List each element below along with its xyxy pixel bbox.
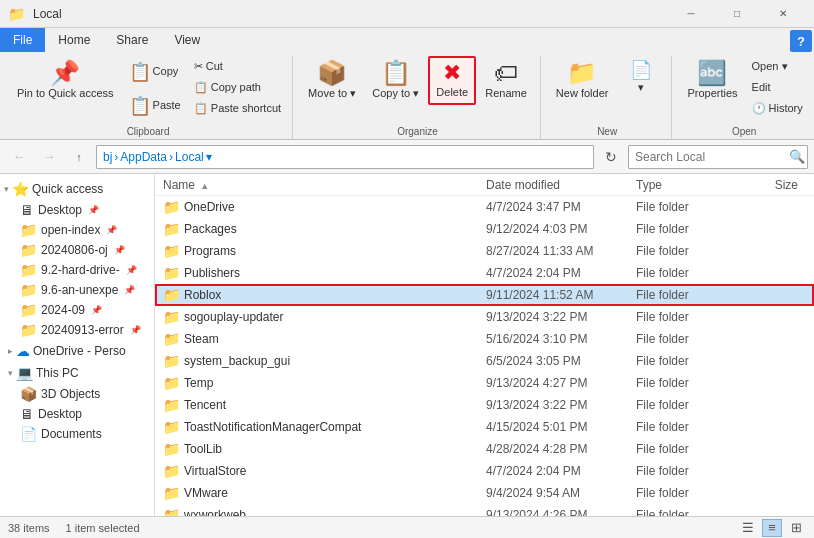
new-folder-button[interactable]: 📁 New folder bbox=[549, 56, 616, 105]
copy-label: Copy bbox=[153, 65, 179, 78]
tab-home[interactable]: Home bbox=[45, 28, 103, 52]
copy-button[interactable]: 📋 Copy bbox=[123, 56, 187, 88]
sidebar-item-error[interactable]: 📁 20240913-error 📌 bbox=[0, 320, 154, 340]
file-list: 📁 OneDrive 4/7/2024 3:47 PM File folder … bbox=[155, 196, 814, 516]
copy-to-button[interactable]: 📋 Copy to ▾ bbox=[365, 56, 426, 105]
rename-button[interactable]: 🏷 Rename bbox=[478, 56, 534, 105]
new-item-button[interactable]: 📄 ▾ bbox=[617, 56, 665, 99]
up-button[interactable]: ↑ bbox=[66, 144, 92, 170]
copy-to-icon: 📋 bbox=[381, 61, 411, 85]
file-row[interactable]: 📁 Roblox 9/11/2024 11:52 AM File folder bbox=[155, 284, 814, 306]
folder-icon-row: 📁 bbox=[163, 463, 180, 479]
window-title: Local bbox=[33, 7, 668, 21]
delete-label: Delete bbox=[436, 86, 468, 99]
this-pc-header[interactable]: ▾ 💻 This PC bbox=[0, 362, 154, 384]
file-row[interactable]: 📁 Temp 9/13/2024 4:27 PM File folder bbox=[155, 372, 814, 394]
view-tiles-button[interactable]: ⊞ bbox=[786, 519, 806, 537]
minimize-button[interactable]: ─ bbox=[668, 0, 714, 28]
file-row[interactable]: 📁 VMware 9/4/2024 9:54 AM File folder bbox=[155, 482, 814, 504]
back-button[interactable]: ← bbox=[6, 144, 32, 170]
folder-icon-row: 📁 bbox=[163, 419, 180, 435]
open-button[interactable]: Open ▾ bbox=[747, 56, 808, 76]
file-row[interactable]: 📁 ToolLib 4/28/2024 4:28 PM File folder bbox=[155, 438, 814, 460]
file-row[interactable]: 📁 wxworkweb 9/13/2024 4:26 PM File folde… bbox=[155, 504, 814, 516]
folder-icon-row: 📁 bbox=[163, 331, 180, 347]
properties-icon: 🔤 bbox=[697, 61, 727, 85]
history-icon: 🕐 bbox=[752, 102, 766, 115]
help-button[interactable]: ? bbox=[790, 30, 812, 52]
forward-button[interactable]: → bbox=[36, 144, 62, 170]
maximize-button[interactable]: □ bbox=[714, 0, 760, 28]
file-row[interactable]: 📁 OneDrive 4/7/2024 3:47 PM File folder bbox=[155, 196, 814, 218]
file-date: 9/13/2024 3:22 PM bbox=[486, 310, 636, 324]
file-name: ToolLib bbox=[184, 442, 486, 456]
sidebar-item-desktop[interactable]: 🖥 Desktop 📌 bbox=[0, 200, 154, 220]
search-icon: 🔍 bbox=[789, 149, 805, 164]
view-details-button[interactable]: ≡ bbox=[762, 519, 782, 537]
quick-access-header[interactable]: ▾ ⭐ Quick access bbox=[0, 178, 154, 200]
tab-file[interactable]: File bbox=[0, 28, 45, 52]
sidebar-item-20240806[interactable]: 📁 20240806-oj 📌 bbox=[0, 240, 154, 260]
path-bj[interactable]: bj bbox=[103, 150, 112, 164]
delete-button[interactable]: ✖ Delete bbox=[428, 56, 476, 105]
sidebar-item-desktop2[interactable]: 🖥 Desktop bbox=[0, 404, 154, 424]
pin-indicator-5: 📌 bbox=[91, 305, 102, 315]
file-row[interactable]: 📁 Steam 5/16/2024 3:10 PM File folder bbox=[155, 328, 814, 350]
file-row[interactable]: 📁 system_backup_gui 6/5/2024 3:05 PM Fil… bbox=[155, 350, 814, 372]
view-controls: ☰ ≡ ⊞ bbox=[738, 519, 806, 537]
folder-icon-3: 📁 bbox=[20, 262, 37, 278]
view-list-button[interactable]: ☰ bbox=[738, 519, 758, 537]
paste-shortcut-button[interactable]: 📋 Paste shortcut bbox=[189, 98, 286, 118]
file-row[interactable]: 📁 Publishers 4/7/2024 2:04 PM File folde… bbox=[155, 262, 814, 284]
onedrive-header[interactable]: ▸ ☁ OneDrive - Perso bbox=[0, 340, 154, 362]
file-row[interactable]: 📁 sogouplay-updater 9/13/2024 3:22 PM Fi… bbox=[155, 306, 814, 328]
file-name: Roblox bbox=[184, 288, 486, 302]
pin-to-quick-access-button[interactable]: 📌 Pin to Quick access bbox=[10, 56, 121, 105]
history-button[interactable]: 🕐 History bbox=[747, 98, 808, 118]
search-box[interactable]: 🔍 bbox=[628, 145, 808, 169]
search-input[interactable] bbox=[635, 150, 785, 164]
file-row[interactable]: 📁 Tencent 9/13/2024 3:22 PM File folder bbox=[155, 394, 814, 416]
edit-button[interactable]: Edit bbox=[747, 77, 808, 97]
open-buttons: 🔤 Properties Open ▾ Edit 🕐 History bbox=[680, 56, 807, 124]
file-name: VMware bbox=[184, 486, 486, 500]
onedrive-icon: ☁ bbox=[16, 343, 30, 359]
file-name: Programs bbox=[184, 244, 486, 258]
onedrive-label: OneDrive - Perso bbox=[33, 344, 126, 358]
tab-share[interactable]: Share bbox=[103, 28, 161, 52]
copy-path-button[interactable]: 📋 Copy path bbox=[189, 77, 286, 97]
sidebar-item-2024-09[interactable]: 📁 2024-09 📌 bbox=[0, 300, 154, 320]
sidebar-item-3d-objects[interactable]: 📦 3D Objects bbox=[0, 384, 154, 404]
col-header-type[interactable]: Type bbox=[636, 178, 736, 192]
file-type: File folder bbox=[636, 310, 736, 324]
tab-view[interactable]: View bbox=[161, 28, 213, 52]
col-header-date[interactable]: Date modified bbox=[486, 178, 636, 192]
path-appdata[interactable]: AppData bbox=[120, 150, 167, 164]
path-local[interactable]: Local bbox=[175, 150, 204, 164]
refresh-button[interactable]: ↻ bbox=[598, 144, 624, 170]
folder-icon: 📁 bbox=[8, 6, 25, 22]
open-col: Open ▾ Edit 🕐 History bbox=[747, 56, 808, 118]
this-pc-icon: 💻 bbox=[16, 365, 33, 381]
file-row[interactable]: 📁 Packages 9/12/2024 4:03 PM File folder bbox=[155, 218, 814, 240]
file-row[interactable]: 📁 VirtualStore 4/7/2024 2:04 PM File fol… bbox=[155, 460, 814, 482]
sidebar-item-unexpe[interactable]: 📁 9.6-an-unexpe 📌 bbox=[0, 280, 154, 300]
address-path[interactable]: bj › AppData › Local ▾ bbox=[96, 145, 594, 169]
col-header-name[interactable]: Name ▲ bbox=[163, 178, 486, 192]
sidebar-item-open-index[interactable]: 📁 open-index 📌 bbox=[0, 220, 154, 240]
delete-icon: ✖ bbox=[443, 62, 461, 84]
close-button[interactable]: ✕ bbox=[760, 0, 806, 28]
file-row[interactable]: 📁 ToastNotificationManagerCompat 4/15/20… bbox=[155, 416, 814, 438]
col-header-size[interactable]: Size bbox=[736, 178, 806, 192]
file-row[interactable]: 📁 Programs 8/27/2024 11:33 AM File folde… bbox=[155, 240, 814, 262]
sidebar-item-documents[interactable]: 📄 Documents bbox=[0, 424, 154, 444]
file-date: 4/7/2024 2:04 PM bbox=[486, 266, 636, 280]
properties-button[interactable]: 🔤 Properties bbox=[680, 56, 744, 105]
sidebar-hard-drive-label: 9.2-hard-drive- bbox=[41, 263, 120, 277]
copy-to-label: Copy to ▾ bbox=[372, 87, 419, 100]
paste-button[interactable]: 📋 Paste bbox=[123, 89, 187, 123]
move-to-button[interactable]: 📦 Move to ▾ bbox=[301, 56, 363, 105]
cut-button[interactable]: ✂ Cut bbox=[189, 56, 286, 76]
folder-icon-row: 📁 bbox=[163, 485, 180, 501]
sidebar-item-hard-drive[interactable]: 📁 9.2-hard-drive- 📌 bbox=[0, 260, 154, 280]
